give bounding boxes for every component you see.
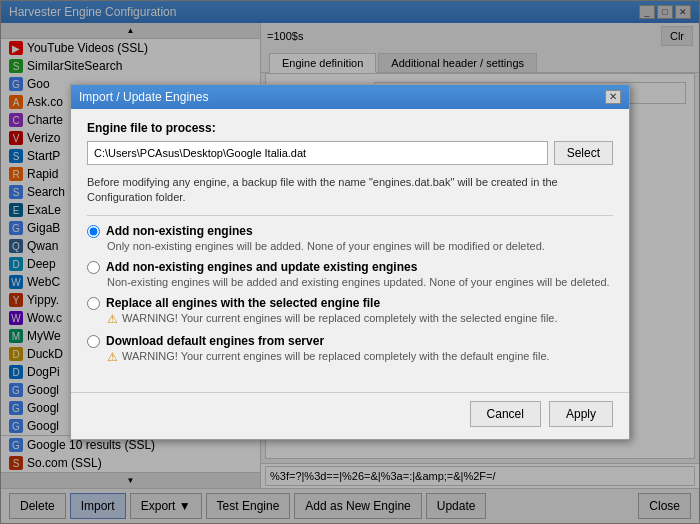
modal-title-bar: Import / Update Engines ✕ <box>71 85 629 109</box>
select-button[interactable]: Select <box>554 141 613 165</box>
modal-body: Engine file to process: Select Before mo… <box>71 109 629 389</box>
radio-label-row-3: Replace all engines with the selected en… <box>87 296 613 310</box>
modal-footer: Cancel Apply <box>71 392 629 439</box>
modal-close-button[interactable]: ✕ <box>605 90 621 104</box>
warning-icon-4: ⚠ <box>107 350 118 364</box>
radio-desc-2: Non-existing engines will be added and e… <box>107 276 613 288</box>
modal-title: Import / Update Engines <box>79 90 208 104</box>
radio-input-1[interactable] <box>87 225 100 238</box>
radio-desc-1: Only non-existing engines will be added.… <box>107 240 613 252</box>
import-update-modal: Import / Update Engines ✕ Engine file to… <box>70 84 630 441</box>
radio-warning-4: ⚠ WARNING! Your current engines will be … <box>107 350 613 364</box>
radio-label-1[interactable]: Add non-existing engines <box>106 224 253 238</box>
file-label: Engine file to process: <box>87 121 613 135</box>
radio-item-3: Replace all engines with the selected en… <box>87 296 613 326</box>
radio-group: Add non-existing engines Only non-existi… <box>87 224 613 364</box>
radio-label-2[interactable]: Add non-existing engines and update exis… <box>106 260 417 274</box>
radio-item-4: Download default engines from server ⚠ W… <box>87 334 613 364</box>
cancel-button[interactable]: Cancel <box>470 401 541 427</box>
radio-label-row-2: Add non-existing engines and update exis… <box>87 260 613 274</box>
radio-label-row-1: Add non-existing engines <box>87 224 613 238</box>
radio-label-3[interactable]: Replace all engines with the selected en… <box>106 296 380 310</box>
radio-input-3[interactable] <box>87 297 100 310</box>
warning-icon-3: ⚠ <box>107 312 118 326</box>
radio-label-4[interactable]: Download default engines from server <box>106 334 324 348</box>
radio-input-4[interactable] <box>87 335 100 348</box>
modal-divider <box>87 215 613 216</box>
modal-overlay: Import / Update Engines ✕ Engine file to… <box>0 0 700 524</box>
info-text: Before modifying any engine, a backup fi… <box>87 175 613 206</box>
radio-label-row-4: Download default engines from server <box>87 334 613 348</box>
radio-item-1: Add non-existing engines Only non-existi… <box>87 224 613 252</box>
radio-input-2[interactable] <box>87 261 100 274</box>
file-row: Select <box>87 141 613 165</box>
radio-warning-3: ⚠ WARNING! Your current engines will be … <box>107 312 613 326</box>
radio-item-2: Add non-existing engines and update exis… <box>87 260 613 288</box>
apply-button[interactable]: Apply <box>549 401 613 427</box>
file-path-input[interactable] <box>87 141 548 165</box>
